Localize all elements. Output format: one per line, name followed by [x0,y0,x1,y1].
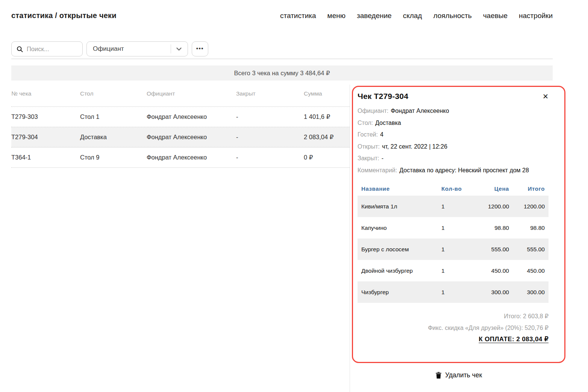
chevron-down-icon [175,45,183,53]
check-table: Стол 1 [80,113,147,120]
items-column-header: Цена [471,185,509,192]
nav-item-1[interactable]: статистика [280,12,316,20]
topbar: статистика / открытые чеки статистикамен… [11,0,553,20]
check-table: Стол 9 [80,154,147,161]
check-waiter: Фондрат Алексеенко [147,154,236,161]
check-field: Стол:Доставка [358,117,535,129]
search-box[interactable] [11,41,83,56]
field-label: Стол: [358,120,373,126]
toolbar: Официант ••• [11,41,553,56]
check-fields: Официант:Фондрат АлексеенкоСтол:Доставка… [358,105,535,176]
breadcrumb: статистика / открытые чеки [11,11,117,20]
nav-item-5[interactable]: лояльность [433,12,471,20]
field-value: 4 [380,131,383,138]
check-field: Открыт:чт, 22 сент. 2022 | 12:26 [358,141,535,153]
close-icon[interactable]: ✕ [543,92,549,100]
item-price: 1200.00 [471,203,509,210]
trash-icon [435,372,442,379]
item-qty: 1 [441,267,471,274]
check-waiter: Фондрат Алексеенко [147,134,236,141]
items-table-header: НазваниеКол-воЦенаИтого [358,181,549,196]
item-total: 555.00 [509,246,545,253]
column-header: Официант [147,90,236,97]
item-name: Двойной чизбургер [361,267,441,274]
item-total: 450.00 [509,267,545,274]
check-closed: - [236,154,304,161]
item-total: 300.00 [509,289,545,296]
check-waiter: Фондрат Алексеенко [147,113,236,120]
item-price: 98.80 [471,225,509,231]
main-nav: статистикаменюзаведениескладлояльностьча… [280,12,553,20]
field-label: Закрыт: [358,155,379,161]
check-totals: Итого: 2 603,8 ₽ Фикс. скидка «Для друзе… [358,310,549,343]
item-name: Капучино [361,225,441,231]
nav-item-3[interactable]: заведение [357,12,392,20]
item-name: Киви/мята 1л [361,203,441,210]
ellipsis-icon: ••• [196,46,204,51]
item-row: Киви/мята 1л11200.001200.00 [358,196,549,217]
field-label: Гостей: [358,131,378,138]
search-input[interactable] [27,46,79,53]
item-price: 555.00 [471,246,509,253]
subtotal-text: Итого: 2 603,8 ₽ [358,310,549,322]
check-items-table: НазваниеКол-воЦенаИтого Киви/мята 1л1120… [358,181,549,303]
select-divider [171,44,171,53]
delete-check-button[interactable]: Удалить чек [435,371,482,379]
summary-bar: Всего 3 чека на сумму 3 484,64 ₽ [11,65,553,81]
item-row: Бургер с лососем1555.00555.00 [358,239,549,260]
check-card-header: Чек T279-304 ✕ [358,92,549,101]
nav-item-6[interactable]: чаевые [483,12,508,20]
item-price: 450.00 [471,267,509,274]
discount-text: Фикс. скидка «Для друзей» (20%): 520,76 … [358,322,549,334]
item-name: Бургер с лососем [361,246,441,253]
check-closed: - [236,134,304,141]
waiter-filter-label: Официант [93,45,171,53]
field-label: Комментарий: [358,167,397,173]
delete-check-label: Удалить чек [445,371,482,379]
check-field: Комментарий:Доставка по адресу: Невский … [358,164,535,176]
check-field: Закрыт:- [358,152,535,164]
field-label: Открыт: [358,143,380,150]
item-qty: 1 [441,203,471,210]
check-title: Чек T279-304 [358,92,408,101]
item-qty: 1 [441,246,471,253]
item-total: 98.80 [509,225,545,231]
nav-item-7[interactable]: настройки [519,12,553,20]
field-label: Официант: [358,108,388,114]
field-value: - [382,155,383,161]
delete-row: Удалить чек [352,363,565,379]
items-column-header: Кол-во [441,185,471,192]
item-row: Чизбургер1300.00300.00 [358,281,549,303]
waiter-filter-select[interactable]: Официант [86,41,188,56]
check-closed: - [236,113,304,120]
item-row: Капучино198.8098.80 [358,217,549,239]
items-column-header: Итого [509,185,545,192]
check-card: Чек T279-304 ✕ Официант:Фондрат Алексеен… [352,86,565,363]
check-id: T279-304 [11,134,80,141]
more-filters-button[interactable]: ••• [192,41,208,56]
item-row: Двойной чизбургер1450.00450.00 [358,260,549,281]
item-qty: 1 [441,225,471,231]
field-value: Фондрат Алексеенко [391,108,449,114]
field-value: чт, 22 сент. 2022 | 12:26 [382,143,447,150]
item-total: 1200.00 [509,203,545,210]
nav-item-2[interactable]: меню [327,12,346,20]
item-qty: 1 [441,289,471,296]
check-id: T364-1 [11,154,80,161]
nav-item-4[interactable]: склад [403,12,422,20]
check-detail-panel: Чек T279-304 ✕ Официант:Фондрат Алексеен… [350,85,588,392]
check-id: T279-303 [11,113,80,120]
item-price: 300.00 [471,289,509,296]
items-column-header: Название [361,185,441,192]
to-pay-text: К ОПЛАТЕ: 2 083,04 ₽ [358,335,549,343]
page: статистика / открытые чеки статистикамен… [0,0,588,392]
toolbar-divider [11,59,553,59]
check-field: Гостей:4 [358,129,535,141]
item-name: Чизбургер [361,289,441,296]
field-value: Доставка [375,120,401,126]
column-header: Закрыт [236,90,304,97]
column-header: Стол [80,90,147,97]
search-icon [16,46,23,53]
items-table-body: Киви/мята 1л11200.001200.00Капучино198.8… [358,196,549,303]
field-value: Доставка по адресу: Невский проспект дом… [399,167,529,173]
